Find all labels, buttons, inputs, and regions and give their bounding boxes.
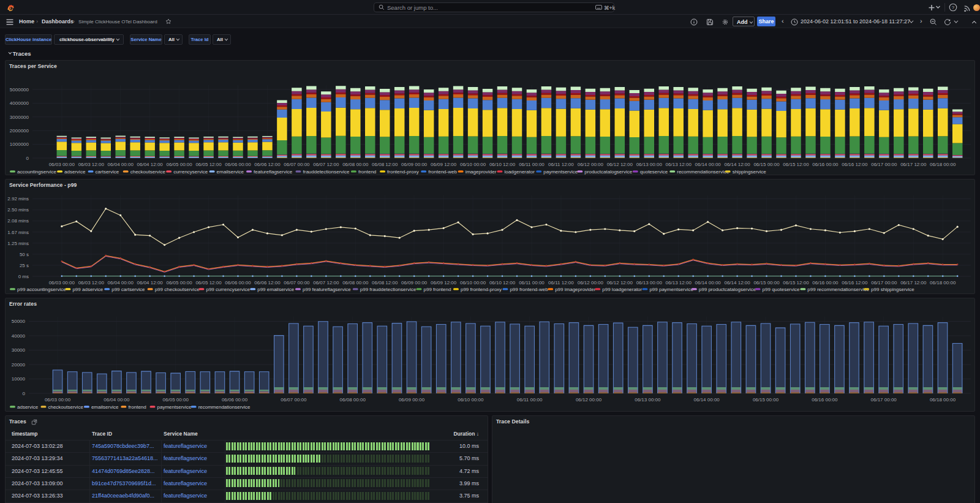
- svg-text:06/05 12:00: 06/05 12:00: [195, 280, 222, 286]
- svg-text:06/14 00:00: 06/14 00:00: [695, 162, 722, 167]
- svg-text:06/11 00:00: 06/11 00:00: [519, 280, 545, 286]
- svg-text:2000000: 2000000: [10, 128, 29, 134]
- svg-text:06/03 12:00: 06/03 12:00: [78, 162, 105, 167]
- svg-text:06/14 00:00: 06/14 00:00: [695, 280, 722, 286]
- svg-text:06/06 12:00: 06/06 12:00: [254, 280, 281, 286]
- svg-text:06/13 00:00: 06/13 00:00: [636, 162, 663, 167]
- svg-text:06/10 00:00: 06/10 00:00: [460, 280, 486, 286]
- svg-text:06/17 12:00: 06/17 12:00: [900, 162, 927, 167]
- svg-text:0: 0: [26, 156, 29, 161]
- svg-text:06/10 00:00: 06/10 00:00: [460, 162, 486, 167]
- svg-text:06/17 12:00: 06/17 12:00: [900, 280, 927, 286]
- svg-text:06/13 00:00: 06/13 00:00: [635, 397, 661, 403]
- svg-text:06/18 00:00: 06/18 00:00: [930, 162, 956, 167]
- svg-text:06/13 12:00: 06/13 12:00: [666, 280, 692, 286]
- svg-text:p99 featureflagservice: p99 featureflagservice: [303, 287, 351, 292]
- svg-text:emailservice: emailservice: [91, 404, 119, 410]
- svg-text:p99 checkoutservice: p99 checkoutservice: [155, 287, 200, 292]
- svg-text:06/16 00:00: 06/16 00:00: [812, 397, 838, 403]
- svg-text:50000: 50000: [12, 319, 26, 324]
- svg-text:productcatalogservice: productcatalogservice: [584, 169, 632, 175]
- svg-text:40000: 40000: [12, 333, 26, 339]
- svg-text:imageprovider: imageprovider: [466, 169, 497, 175]
- svg-text:06/10 12:00: 06/10 12:00: [489, 162, 516, 167]
- svg-text:06/16 00:00: 06/16 00:00: [812, 162, 839, 167]
- svg-text:p99 frontend-proxy: p99 frontend-proxy: [461, 287, 502, 292]
- svg-text:10000: 10000: [12, 376, 26, 382]
- svg-text:20000: 20000: [12, 362, 26, 368]
- svg-text:06/13 00:00: 06/13 00:00: [636, 280, 663, 286]
- svg-text:p99 frontend: p99 frontend: [424, 287, 451, 292]
- svg-text:06/09 00:00: 06/09 00:00: [401, 162, 428, 167]
- svg-text:checkoutservice: checkoutservice: [48, 404, 83, 410]
- svg-text:1000000: 1000000: [10, 142, 29, 147]
- svg-text:p99 imageprovider: p99 imageprovider: [555, 287, 596, 292]
- svg-text:paymentservice: paymentservice: [543, 169, 578, 175]
- svg-text:4000000: 4000000: [10, 100, 29, 106]
- svg-text:06/11 12:00: 06/11 12:00: [548, 162, 574, 167]
- svg-text:06/08 00:00: 06/08 00:00: [342, 280, 369, 286]
- svg-text:06/05 12:00: 06/05 12:00: [195, 162, 222, 167]
- svg-text:p99 emailservice: p99 emailservice: [257, 287, 295, 292]
- svg-text:frontend: frontend: [358, 169, 376, 175]
- svg-text:50 s: 50 s: [20, 252, 29, 257]
- svg-text:06/15 00:00: 06/15 00:00: [753, 397, 779, 403]
- svg-text:06/16 12:00: 06/16 12:00: [842, 162, 868, 167]
- svg-text:30000: 30000: [12, 347, 26, 353]
- svg-text:06/11 12:00: 06/11 12:00: [548, 280, 574, 286]
- svg-text:06/17 00:00: 06/17 00:00: [871, 280, 897, 286]
- svg-text:1.67 mins: 1.67 mins: [7, 230, 29, 235]
- svg-text:cartservice: cartservice: [96, 169, 119, 175]
- svg-text:06/03 00:00: 06/03 00:00: [45, 397, 71, 403]
- svg-text:06/12 00:00: 06/12 00:00: [576, 397, 602, 403]
- svg-text:p99 shippingservice: p99 shippingservice: [871, 287, 914, 292]
- svg-text:06/04 12:00: 06/04 12:00: [137, 280, 164, 286]
- svg-text:06/04 00:00: 06/04 00:00: [104, 397, 130, 403]
- svg-text:featureflagservice: featureflagservice: [254, 169, 293, 175]
- svg-text:emailservice: emailservice: [217, 169, 244, 175]
- svg-text:06/04 12:00: 06/04 12:00: [137, 162, 164, 167]
- svg-text:06/15 00:00: 06/15 00:00: [753, 162, 780, 167]
- svg-text:06/11 00:00: 06/11 00:00: [519, 162, 545, 167]
- svg-text:06/07 12:00: 06/07 12:00: [313, 162, 339, 167]
- svg-text:2.92 mins: 2.92 mins: [7, 196, 29, 202]
- svg-text:2.50 mins: 2.50 mins: [7, 207, 29, 213]
- svg-text:adservice: adservice: [17, 404, 39, 410]
- svg-text:p99 frauddetectionservice: p99 frauddetectionservice: [360, 287, 417, 292]
- svg-text:p99 currencyservice: p99 currencyservice: [206, 287, 250, 292]
- svg-text:06/15 00:00: 06/15 00:00: [753, 280, 780, 286]
- svg-text:0 ms: 0 ms: [18, 274, 29, 279]
- svg-text:06/15 12:00: 06/15 12:00: [783, 280, 809, 286]
- svg-text:06/03 12:00: 06/03 12:00: [78, 280, 105, 286]
- svg-text:06/03 00:00: 06/03 00:00: [49, 280, 75, 286]
- svg-text:p99 recommendationservice: p99 recommendationservice: [807, 287, 869, 292]
- svg-text:06/16 12:00: 06/16 12:00: [842, 280, 868, 286]
- svg-text:frontend-proxy: frontend-proxy: [387, 169, 419, 175]
- svg-text:06/12 12:00: 06/12 12:00: [607, 162, 633, 167]
- svg-text:paymentservice: paymentservice: [157, 404, 192, 410]
- svg-text:06/09 12:00: 06/09 12:00: [431, 162, 457, 167]
- svg-text:frontend-web: frontend-web: [428, 169, 457, 175]
- svg-text:p99 adservice: p99 adservice: [72, 287, 103, 292]
- svg-text:06/06 00:00: 06/06 00:00: [225, 162, 251, 167]
- svg-text:frontend: frontend: [128, 404, 146, 410]
- svg-text:checkoutservice: checkoutservice: [130, 169, 166, 175]
- svg-text:06/09 00:00: 06/09 00:00: [401, 280, 428, 286]
- svg-text:06/13 12:00: 06/13 12:00: [666, 162, 692, 167]
- svg-text:06/06 00:00: 06/06 00:00: [222, 397, 248, 403]
- svg-text:p99 cartservice: p99 cartservice: [111, 287, 145, 292]
- svg-text:adservice: adservice: [64, 169, 86, 175]
- svg-text:3000000: 3000000: [10, 115, 29, 120]
- svg-text:06/16 00:00: 06/16 00:00: [812, 280, 839, 286]
- svg-text:p99 paymentservice: p99 paymentservice: [649, 287, 693, 292]
- svg-text:currencyservice: currencyservice: [173, 169, 208, 175]
- svg-text:06/06 00:00: 06/06 00:00: [225, 280, 251, 286]
- svg-text:p99 loadgenerator: p99 loadgenerator: [602, 287, 642, 292]
- svg-text:06/07 12:00: 06/07 12:00: [313, 280, 339, 286]
- svg-text:06/18 00:00: 06/18 00:00: [930, 280, 956, 286]
- svg-text:06/10 00:00: 06/10 00:00: [458, 397, 484, 403]
- svg-text:06/15 12:00: 06/15 12:00: [783, 162, 809, 167]
- svg-text:frauddetectionservice: frauddetectionservice: [303, 169, 350, 175]
- svg-text:2.08 mins: 2.08 mins: [7, 218, 29, 224]
- svg-text:06/07 00:00: 06/07 00:00: [284, 280, 310, 286]
